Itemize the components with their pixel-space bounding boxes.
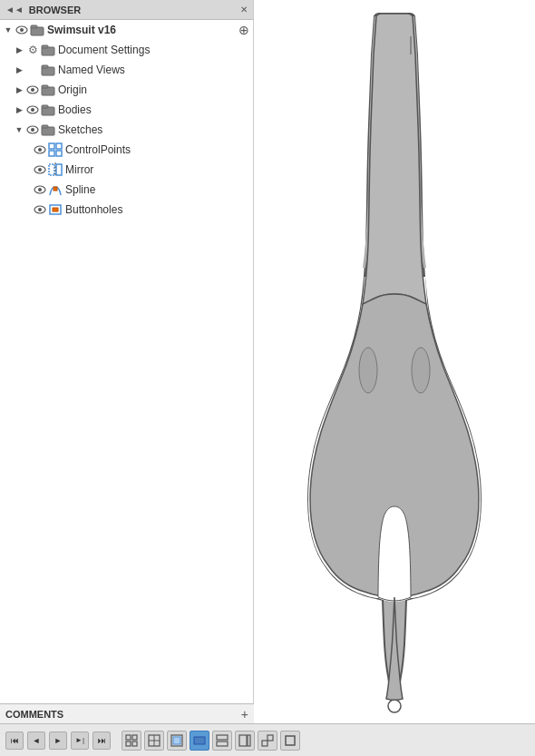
step-forward-button[interactable]: ►| xyxy=(71,731,89,750)
tree-item-doc-settings[interactable]: ⚙ Document Settings xyxy=(0,40,253,60)
svg-rect-53 xyxy=(217,735,228,740)
browser-title: BROWSER xyxy=(29,5,235,15)
sketch-icon-control-points xyxy=(47,142,63,157)
tree-item-named-views[interactable]: Named Views xyxy=(0,60,253,80)
svg-rect-3 xyxy=(31,25,37,28)
sketches-label: Sketches xyxy=(58,123,102,136)
canvas-area xyxy=(254,0,535,723)
svg-point-21 xyxy=(38,148,42,152)
svg-rect-22 xyxy=(49,143,54,149)
tool-corner[interactable] xyxy=(258,731,277,751)
tool-square[interactable] xyxy=(280,731,300,751)
tool-cut[interactable] xyxy=(144,731,164,751)
tree-item-origin[interactable]: Origin xyxy=(0,80,253,100)
svg-rect-5 xyxy=(42,45,48,48)
svg-rect-28 xyxy=(49,164,54,175)
comments-bar[interactable]: COMMENTS + xyxy=(0,703,254,723)
tree-item-spline[interactable]: Spline xyxy=(0,180,253,200)
eye-icon-buttonholes[interactable] xyxy=(33,203,47,216)
svg-point-1 xyxy=(20,28,24,32)
svg-rect-52 xyxy=(194,737,205,744)
spline-label: Spline xyxy=(65,183,95,196)
svg-point-27 xyxy=(38,168,42,172)
svg-rect-11 xyxy=(42,85,48,88)
tool-grid[interactable] xyxy=(122,731,141,751)
svg-rect-44 xyxy=(132,735,137,740)
tool-panel[interactable] xyxy=(235,731,255,751)
eye-icon-control-points[interactable] xyxy=(33,143,47,156)
tree-item-bodies[interactable]: Bodies xyxy=(0,100,253,120)
named-views-label: Named Views xyxy=(58,64,125,76)
folder-icon-bodies xyxy=(40,103,56,117)
svg-rect-37 xyxy=(53,208,58,211)
doc-settings-label: Document Settings xyxy=(58,44,150,56)
collapse-arrows-icon[interactable]: ◄◄ xyxy=(5,5,24,15)
eye-icon-swimsuit[interactable] xyxy=(15,24,29,36)
svg-rect-23 xyxy=(56,143,62,149)
svg-point-17 xyxy=(31,128,34,132)
swimsuit-add-icon[interactable]: ⊕ xyxy=(238,23,249,37)
expand-arrow-swimsuit[interactable] xyxy=(2,24,15,36)
svg-rect-55 xyxy=(239,735,247,746)
timeline-bar: ⏮ ◄ ► ►| ⏭ xyxy=(0,723,535,756)
mirror-label: Mirror xyxy=(65,163,93,176)
svg-point-39 xyxy=(388,700,401,712)
sketch-icon-mirror xyxy=(47,162,63,177)
tree-item-mirror[interactable]: Mirror xyxy=(0,160,253,180)
tree-item-sketches[interactable]: Sketches xyxy=(0,120,253,140)
svg-rect-57 xyxy=(262,741,268,746)
svg-point-40 xyxy=(359,348,377,393)
svg-rect-46 xyxy=(132,741,137,746)
eye-icon-bodies[interactable] xyxy=(25,103,40,116)
tree-item-control-points[interactable]: ControlPoints xyxy=(0,140,253,160)
buttonholes-label: Buttonholes xyxy=(65,203,122,216)
eye-icon-sketches[interactable] xyxy=(25,123,40,136)
tool-rect[interactable] xyxy=(190,731,209,751)
tree-item-buttonholes[interactable]: Buttonholes xyxy=(0,200,253,220)
svg-rect-24 xyxy=(49,151,54,156)
folder-icon-named-views xyxy=(40,63,56,77)
svg-rect-19 xyxy=(42,125,48,128)
eye-icon-origin[interactable] xyxy=(25,83,40,96)
comments-label: COMMENTS xyxy=(5,709,241,720)
expand-arrow-origin[interactable] xyxy=(13,83,25,96)
control-points-label: ControlPoints xyxy=(65,143,131,156)
expand-arrow-doc[interactable] xyxy=(13,44,25,56)
origin-label: Origin xyxy=(58,83,87,96)
svg-rect-58 xyxy=(268,735,273,741)
browser-header: ◄◄ BROWSER ✕ xyxy=(0,0,253,20)
skip-forward-button[interactable]: ⏭ xyxy=(92,731,111,750)
swimsuit-label: Swimsuit v16 xyxy=(47,24,116,36)
svg-rect-25 xyxy=(56,151,62,156)
svg-rect-29 xyxy=(56,164,62,175)
tree-item-swimsuit[interactable]: Swimsuit v16 ⊕ xyxy=(0,20,253,40)
left-panel: ◄◄ BROWSER ✕ xyxy=(0,0,254,723)
eye-icon-spline[interactable] xyxy=(33,183,47,196)
svg-rect-33 xyxy=(54,187,57,191)
expand-arrow-named-views[interactable] xyxy=(13,64,25,76)
timeline-tools xyxy=(122,731,300,751)
tool-frame[interactable] xyxy=(167,731,187,751)
swimsuit-shape xyxy=(281,9,508,723)
svg-rect-56 xyxy=(248,735,250,746)
svg-point-9 xyxy=(31,88,34,92)
svg-rect-45 xyxy=(126,741,131,746)
comments-add-icon[interactable]: + xyxy=(241,707,248,722)
play-button[interactable]: ► xyxy=(49,731,67,750)
svg-rect-43 xyxy=(126,735,131,740)
gear-icon-doc: ⚙ xyxy=(25,43,40,57)
tool-strip[interactable] xyxy=(212,731,232,751)
folder-icon-origin xyxy=(40,83,56,97)
expand-arrow-bodies[interactable] xyxy=(13,103,25,116)
sketch-icon-spline xyxy=(47,182,63,197)
svg-point-41 xyxy=(412,348,430,393)
bodies-label: Bodies xyxy=(58,103,92,116)
step-back-button[interactable]: ◄ xyxy=(27,731,45,750)
skip-back-button[interactable]: ⏮ xyxy=(5,731,24,750)
svg-rect-54 xyxy=(217,741,228,746)
expand-arrow-sketches[interactable] xyxy=(13,123,25,136)
folder-icon-swimsuit xyxy=(29,23,45,37)
eye-icon-mirror[interactable] xyxy=(33,163,47,176)
svg-point-13 xyxy=(31,108,34,112)
browser-close-icon[interactable]: ✕ xyxy=(240,5,248,15)
